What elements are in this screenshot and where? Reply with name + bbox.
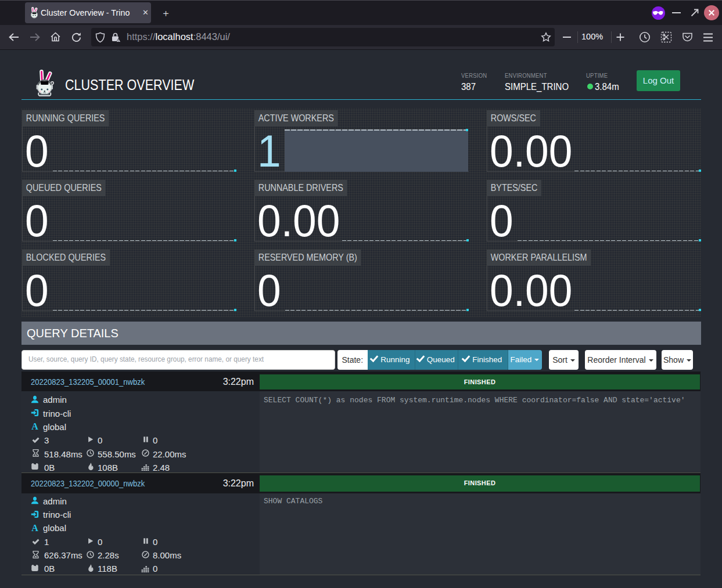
svg-text:A: A <box>31 422 38 430</box>
svg-text:A: A <box>31 524 38 532</box>
